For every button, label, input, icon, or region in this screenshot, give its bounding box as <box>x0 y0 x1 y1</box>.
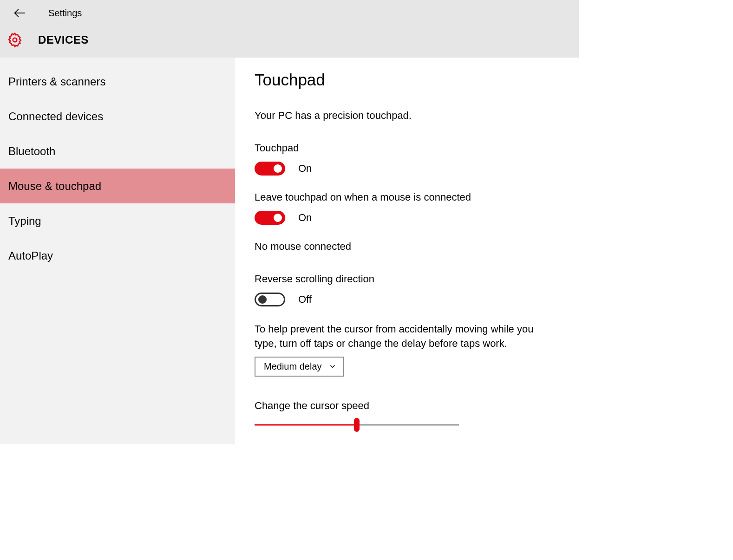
sidebar-item-bluetooth[interactable]: Bluetooth <box>0 134 235 169</box>
body-area: Printers & scanners Connected devices Bl… <box>0 58 579 444</box>
settings-title: Settings <box>48 8 82 19</box>
delay-dropdown[interactable]: Medium delay <box>255 357 344 377</box>
tap-help-text: To help prevent the cursor from accident… <box>255 322 554 351</box>
touchpad-toggle-label: Touchpad <box>255 142 554 154</box>
toggle-knob <box>274 214 282 222</box>
reverse-scroll-toggle-row: Off <box>255 293 554 306</box>
sidebar-item-label: Bluetooth <box>8 145 55 158</box>
reverse-scroll-label: Reverse scrolling direction <box>255 273 554 285</box>
mouse-status: No mouse connected <box>255 241 554 253</box>
leave-on-label: Leave touchpad on when a mouse is connec… <box>255 191 554 203</box>
header-top-row: Settings <box>0 0 579 26</box>
header: Settings DEVICES <box>0 0 579 58</box>
gear-icon <box>7 32 23 48</box>
chevron-down-icon <box>328 362 337 371</box>
reverse-scroll-toggle[interactable] <box>255 293 285 306</box>
header-section-row: DEVICES <box>0 26 579 54</box>
sidebar-item-printers[interactable]: Printers & scanners <box>0 64 235 99</box>
section-title: DEVICES <box>38 33 89 46</box>
svg-point-1 <box>13 38 17 42</box>
precision-subtitle: Your PC has a precision touchpad. <box>255 110 554 122</box>
leave-on-toggle-state: On <box>298 212 312 224</box>
leave-on-toggle-row: On <box>255 211 554 225</box>
sidebar-item-connected-devices[interactable]: Connected devices <box>0 99 235 134</box>
content-area: Touchpad Your PC has a precision touchpa… <box>235 58 579 444</box>
touchpad-toggle-state: On <box>298 163 312 175</box>
sidebar-item-label: Typing <box>8 215 41 228</box>
sidebar: Printers & scanners Connected devices Bl… <box>0 58 235 444</box>
slider-track-filled <box>255 424 357 425</box>
toggle-knob <box>258 295 267 304</box>
touchpad-toggle-row: On <box>255 162 554 176</box>
slider-thumb[interactable] <box>354 418 360 432</box>
sidebar-item-label: Printers & scanners <box>8 75 105 88</box>
touchpad-toggle[interactable] <box>255 162 285 176</box>
sidebar-item-label: Connected devices <box>8 110 103 123</box>
cursor-speed-slider[interactable] <box>255 419 459 430</box>
sidebar-item-typing[interactable]: Typing <box>0 203 235 238</box>
cursor-speed-label: Change the cursor speed <box>255 400 554 412</box>
toggle-knob <box>274 164 282 173</box>
sidebar-item-mouse-touchpad[interactable]: Mouse & touchpad <box>0 169 235 203</box>
slider-track-empty <box>357 424 459 425</box>
back-arrow-icon <box>13 7 26 20</box>
reverse-scroll-toggle-state: Off <box>298 293 312 306</box>
sidebar-item-label: Mouse & touchpad <box>8 180 101 193</box>
leave-on-toggle[interactable] <box>255 211 285 225</box>
back-button[interactable] <box>11 5 28 21</box>
sidebar-item-autoplay[interactable]: AutoPlay <box>0 238 235 273</box>
sidebar-item-label: AutoPlay <box>8 249 53 262</box>
delay-dropdown-selected: Medium delay <box>264 361 322 372</box>
page-title: Touchpad <box>255 71 554 89</box>
